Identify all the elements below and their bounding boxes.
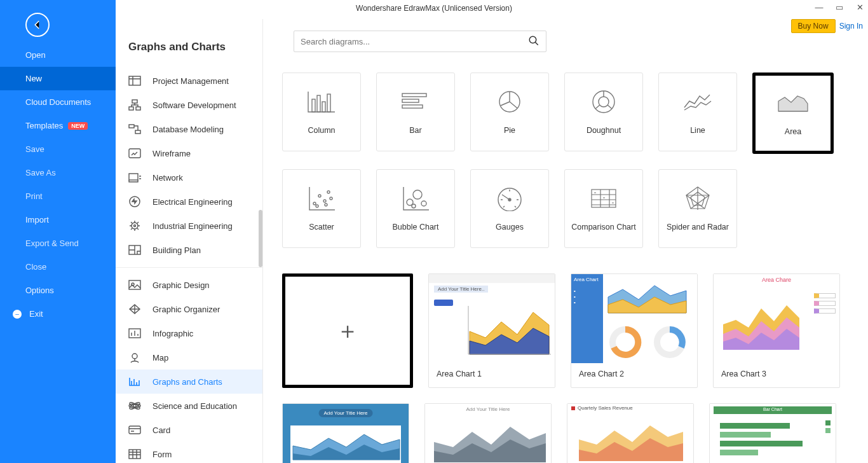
search-box[interactable] (294, 31, 546, 52)
category-item-database-modeling[interactable]: Database Modeling (116, 117, 262, 141)
sidebar-item-label: Cloud Documents (25, 97, 91, 107)
svg-rect-29 (402, 105, 423, 108)
pie-icon (497, 89, 522, 114)
svg-point-41 (413, 190, 422, 199)
category-item-graphic-design[interactable]: Graphic Design (116, 273, 262, 297)
exit-icon: – (13, 310, 22, 319)
category-item-project-management[interactable]: Project Management (116, 69, 262, 93)
minimize-button[interactable]: — (815, 3, 824, 12)
category-item-software-development[interactable]: Software Development (116, 93, 262, 117)
svg-rect-7 (129, 174, 138, 180)
category-scrollbar[interactable] (259, 210, 262, 267)
svg-rect-54 (720, 450, 758, 455)
category-item-industrial-engineering[interactable]: Industrial Engineering (116, 214, 262, 238)
close-button[interactable]: ✕ (855, 3, 864, 12)
bubble-icon (401, 186, 430, 211)
sidebar-item-new[interactable]: New (0, 67, 116, 90)
category-item-label: Card (153, 425, 170, 435)
svg-point-42 (421, 201, 426, 206)
svg-point-16 (133, 404, 136, 407)
sidebar-item-templates[interactable]: TemplatesNEW (0, 114, 116, 137)
category-item-label: Network (153, 173, 183, 183)
template-blank[interactable]: ＋ (282, 273, 413, 388)
category-sidebar: Graphs and Charts Project ManagementSoft… (116, 19, 263, 463)
svg-rect-21 (129, 450, 140, 459)
chart-type-radar[interactable]: Spider and Radar (658, 169, 737, 248)
sidebar-item-save[interactable]: Save (0, 137, 116, 161)
category-item-wireframe[interactable]: Wireframe (116, 141, 262, 165)
sidebar-item-label: Export & Send (25, 238, 79, 248)
category-item-label: Graphic Design (153, 280, 210, 290)
sidebar-item-label: Print (25, 191, 43, 201)
svg-rect-6 (129, 149, 140, 158)
category-item-label: Science and Education (153, 401, 237, 411)
software-development-icon (128, 99, 141, 111)
category-item-map[interactable]: Map (116, 345, 262, 370)
sidebar-item-exit[interactable]: –Exit (0, 302, 116, 326)
category-item-building-plan[interactable]: Building Plan (116, 238, 262, 262)
sidebar-item-close[interactable]: Close (0, 255, 116, 279)
category-item-infographic[interactable]: Infographic (116, 321, 262, 345)
sidebar-item-print[interactable]: Print (0, 184, 116, 208)
svg-point-38 (325, 204, 327, 206)
chart-type-pie[interactable]: Pie (470, 73, 549, 151)
sidebar-item-label: Options (25, 286, 54, 295)
category-item-science-and-education[interactable]: Science and Education (116, 394, 262, 418)
chart-type-column[interactable]: Column (282, 73, 361, 151)
template-area-chart-1[interactable]: Add Your Title Here..Area Chart 1 (428, 273, 555, 388)
chart-type-area[interactable]: Area (752, 73, 834, 154)
sidebar-item-label: Save As (25, 168, 56, 177)
category-item-label: Wireframe (153, 149, 191, 158)
template-thumbnail: Quartely Sales Revenue (567, 404, 693, 463)
main-panel: ColumnBarPieDoughnutLineAreaScatterBubbl… (263, 19, 868, 463)
sidebar-item-open[interactable]: Open (0, 43, 116, 67)
tile-label: Doughnut (587, 126, 621, 135)
svg-rect-26 (327, 94, 330, 112)
column-icon (307, 89, 336, 114)
chart-type-gauge[interactable]: Gauges (470, 169, 549, 248)
sidebar-item-label: Save (25, 144, 44, 154)
graphs-and-charts-icon (128, 376, 141, 387)
sidebar-item-options[interactable]: Options (0, 279, 116, 302)
area-icon (777, 90, 809, 116)
chart-type-bubble[interactable]: Bubble Chart (376, 169, 455, 248)
svg-point-39 (330, 197, 332, 200)
category-item-form[interactable]: Form (116, 442, 262, 463)
chart-type-compare[interactable]: Comparison Chart (564, 169, 643, 248)
electrical-engineering-icon (128, 196, 141, 207)
template-area-chart-3[interactable]: Area ChareArea Chart 3 (713, 273, 840, 388)
template-card[interactable]: Quartely Sales Revenue (567, 403, 694, 463)
svg-rect-53 (720, 441, 803, 446)
chart-type-bar[interactable]: Bar (376, 73, 455, 151)
category-item-electrical-engineering[interactable]: Electrical Engineering (116, 190, 262, 214)
template-name: Area Chart 3 (714, 363, 839, 385)
category-item-graphs-and-charts[interactable]: Graphs and Charts (116, 370, 262, 394)
chart-type-line[interactable]: Line (658, 73, 737, 151)
chart-type-doughnut[interactable]: Doughnut (564, 73, 643, 151)
sidebar-item-export-send[interactable]: Export & Send (0, 232, 116, 255)
template-thumbnail: Add Your Title Here (425, 404, 551, 463)
sidebar-item-save-as[interactable]: Save As (0, 161, 116, 184)
category-item-label: Database Modeling (153, 125, 224, 134)
category-item-network[interactable]: Network (116, 165, 262, 190)
infographic-icon (128, 328, 141, 339)
tile-label: Column (308, 126, 335, 135)
sidebar-item-import[interactable]: Import (0, 208, 116, 232)
scatter-icon (307, 186, 336, 211)
template-card[interactable]: Add Your Title Here (424, 403, 552, 463)
tile-label: Pie (504, 126, 515, 135)
category-item-graphic-organizer[interactable]: Graphic Organizer (116, 297, 262, 321)
sidebar-item-label: Open (25, 50, 46, 60)
sidebar-item-cloud-documents[interactable]: Cloud Documents (0, 90, 116, 114)
back-button[interactable] (25, 13, 50, 37)
category-item-card[interactable]: Card (116, 418, 262, 442)
svg-rect-3 (136, 107, 140, 110)
svg-point-36 (327, 191, 330, 193)
search-input[interactable] (301, 37, 528, 46)
maximize-button[interactable]: ▭ (835, 3, 844, 12)
template-card[interactable]: Add Your Title Here (282, 403, 409, 463)
template-area-chart-2[interactable]: Area Chart•••Area Chart 2 (571, 273, 698, 388)
card-icon (128, 424, 141, 436)
chart-type-scatter[interactable]: Scatter (282, 169, 361, 248)
template-card[interactable]: Bar Chart (709, 403, 836, 463)
